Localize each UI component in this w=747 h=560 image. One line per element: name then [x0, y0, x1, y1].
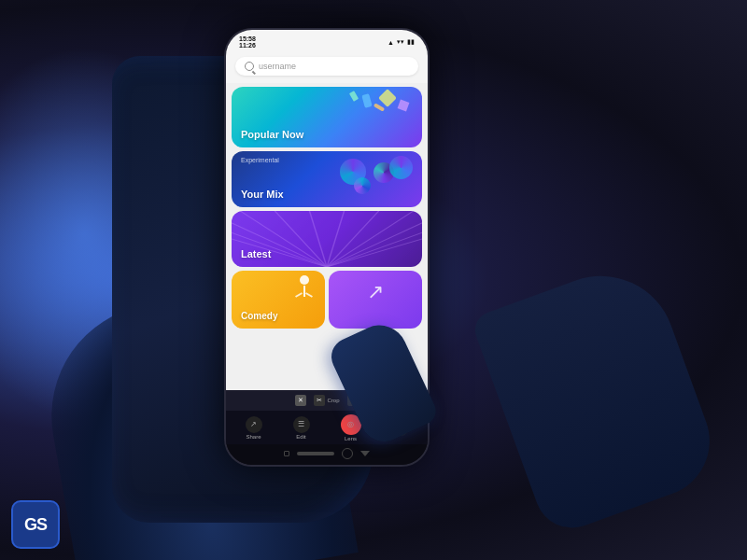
gs-logo-text: GS — [24, 515, 47, 535]
share-toolbar-item[interactable]: ↗ Share — [246, 416, 262, 440]
gs-logo: GS — [11, 500, 60, 549]
deco-shape-2 — [398, 100, 410, 112]
crop-label: Crop — [327, 398, 339, 403]
signal-icon: ▲ — [388, 39, 394, 46]
lens-label: Lens — [345, 436, 357, 441]
deco-shape-5 — [349, 91, 359, 102]
crop-icon: ✂ — [314, 395, 325, 406]
purple-card-icon: ↗ — [367, 280, 384, 304]
status-bar: 15:58 11:26 ▲ ▾▾ ▮▮ — [226, 30, 428, 52]
search-input-container[interactable]: username — [235, 57, 418, 76]
wifi-icon: ▾▾ — [397, 38, 404, 46]
svg-line-5 — [309, 211, 327, 267]
battery-icon: ▮▮ — [407, 38, 415, 46]
edit-icon: ☰ — [293, 416, 310, 433]
popular-now-label: Popular Now — [241, 129, 303, 140]
search-bar: username — [226, 52, 428, 83]
deco-disc-3 — [354, 177, 371, 194]
card-row-bottom: Comedy ↗ — [232, 271, 422, 329]
card-latest[interactable]: Latest — [232, 211, 422, 267]
home-bar-circle — [342, 448, 353, 459]
search-placeholder: username — [259, 62, 296, 71]
card-purple[interactable]: ↗ — [329, 271, 422, 329]
card-your-mix[interactable]: Experimental Your Mix — [232, 151, 422, 207]
card-comedy[interactable]: Comedy — [232, 271, 325, 329]
deco-disc-4 — [389, 156, 413, 179]
close-toolbar-btn[interactable]: ✕ — [295, 395, 306, 406]
your-mix-label: Your Mix — [241, 189, 284, 200]
your-mix-sublabel: Experimental — [241, 157, 279, 163]
home-bar-left — [284, 451, 289, 456]
search-icon — [245, 62, 254, 71]
status-time: 15:58 11:26 — [239, 35, 256, 49]
latest-label: Latest — [241, 248, 271, 259]
deco-shape-1 — [378, 89, 397, 107]
svg-line-8 — [327, 211, 414, 267]
svg-line-6 — [327, 211, 345, 267]
home-bar — [226, 444, 428, 465]
edit-label: Edit — [296, 434, 305, 440]
crop-toolbar-btn[interactable]: ✂ Crop — [314, 395, 339, 406]
close-icon: ✕ — [295, 395, 306, 406]
status-icons: ▲ ▾▾ ▮▮ — [388, 38, 415, 46]
edit-toolbar-item[interactable]: ☰ Edit — [293, 416, 310, 440]
deco-shape-4 — [374, 103, 385, 111]
home-indicator — [297, 452, 334, 455]
share-label: Share — [246, 434, 261, 440]
comedy-label: Comedy — [241, 311, 277, 321]
comedy-icon — [292, 275, 316, 308]
deco-shape-3 — [361, 93, 372, 108]
home-bar-triangle — [360, 451, 370, 456]
card-popular-now[interactable]: Popular Now — [232, 87, 422, 147]
share-icon: ↗ — [246, 416, 262, 433]
